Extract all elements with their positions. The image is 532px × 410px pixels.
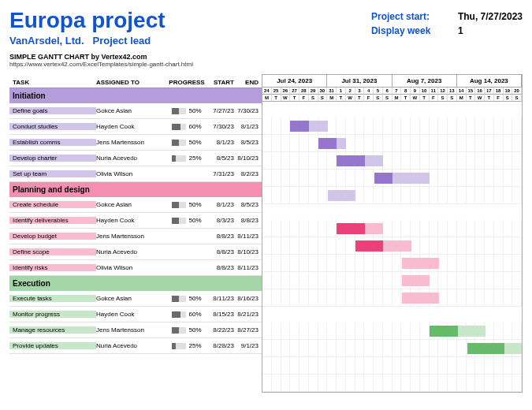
credit-link[interactable]: https://www.vertex42.com/ExcelTemplates/… (9, 61, 193, 68)
gantt-bar-remaining (328, 190, 355, 201)
day-of-week: S (438, 95, 448, 102)
day-number: 20 (512, 88, 522, 95)
gantt-row (262, 255, 522, 272)
week-header: Aug 7, 2023 (392, 75, 457, 88)
task-name: Monitor progress (9, 311, 96, 318)
gantt-row (262, 375, 522, 392)
col-progress: PROGRESS (167, 79, 206, 86)
task-end: 9/1/23 (234, 342, 262, 349)
day-number: 28 (299, 88, 309, 95)
task-progress: 60% (167, 123, 206, 130)
day-number: 10 (420, 88, 430, 95)
task-start: 8/15/23 (206, 311, 234, 318)
day-number: 11 (430, 88, 439, 95)
day-of-week: M (392, 95, 402, 102)
task-row: Monitor progress Hayden Cook 60% 8/15/23… (9, 307, 262, 322)
day-of-week: S (448, 95, 457, 102)
gantt-bar-done (374, 173, 393, 184)
task-end: 8/5/23 (234, 139, 262, 146)
task-end: 8/27/23 (234, 326, 262, 334)
day-number: 8 (401, 88, 411, 95)
day-number: 29 (309, 88, 318, 95)
task-assigned: Nuria Acevedo (96, 155, 167, 162)
day-number: 14 (457, 88, 467, 95)
gantt-day-header: 2425262728293031123456789101112131415161… (262, 88, 522, 95)
task-start: 8/22/23 (206, 326, 234, 334)
day-of-week: S (504, 95, 513, 102)
day-of-week: M (327, 95, 337, 102)
day-number: 6 (383, 88, 392, 95)
gantt-bar-done (467, 343, 504, 354)
task-start: 8/8/23 (206, 264, 234, 271)
week-value[interactable]: 1 (458, 25, 463, 36)
day-number: 9 (411, 88, 420, 95)
task-end: 8/10/23 (234, 155, 262, 162)
day-of-week: T (420, 95, 430, 102)
task-row: Identify deliverables Hayden Cook 50% 8/… (9, 213, 262, 229)
task-name: Define goals (9, 107, 96, 114)
company-name: VanArsdel, Ltd. (9, 35, 84, 47)
task-progress: 50% (167, 139, 206, 146)
column-headers: TASK ASSIGNED TO PROGRESS START END (9, 74, 262, 88)
day-of-week: S (309, 95, 318, 102)
day-of-week: M (262, 95, 272, 102)
day-of-week: W (281, 95, 291, 102)
gantt-week-header: Jul 24, 2023Jul 31, 2023Aug 7, 2023Aug 1… (262, 75, 522, 88)
day-of-week: W (411, 95, 420, 102)
day-of-week: T (337, 95, 346, 102)
gantt-section-spacer (262, 204, 522, 220)
day-number: 19 (504, 88, 513, 95)
day-number: 24 (262, 88, 272, 95)
day-of-week: S (318, 95, 328, 102)
day-number: 15 (467, 88, 476, 95)
task-end: 8/2/23 (234, 170, 262, 177)
gantt-row (262, 117, 522, 135)
task-name: Identify risks (9, 264, 96, 271)
gantt-row (262, 340, 522, 357)
task-assigned: Gokce Aslan (96, 107, 167, 114)
day-number: 30 (318, 88, 328, 95)
gantt-row (262, 220, 522, 237)
col-task: TASK (9, 79, 96, 86)
task-assigned: Hayden Cook (96, 217, 167, 224)
week-header: Jul 24, 2023 (262, 75, 327, 88)
task-progress: 50% (167, 217, 206, 224)
task-start: 8/28/23 (206, 342, 234, 349)
task-end: 8/11/23 (234, 264, 262, 271)
gantt-row (262, 135, 522, 152)
task-start: 8/8/23 (206, 233, 234, 240)
day-number: 31 (327, 88, 337, 95)
task-start: 7/30/23 (206, 123, 234, 130)
day-number: 26 (281, 88, 291, 95)
start-label: Project start: (371, 11, 458, 22)
task-name: Define scope (9, 248, 96, 255)
task-name: Establish comms (9, 139, 96, 146)
day-of-week: F (299, 95, 309, 102)
day-of-week: S (374, 95, 383, 102)
task-assigned: Hayden Cook (96, 311, 167, 318)
task-row: Develop budget Jens Martensson 8/8/23 8/… (9, 229, 262, 244)
task-end: 8/10/23 (234, 248, 262, 255)
day-of-week: T (290, 95, 299, 102)
day-of-week: T (485, 95, 494, 102)
lead-label: Project lead (92, 35, 151, 47)
task-name: Set up team (9, 170, 96, 177)
day-number: 18 (494, 88, 504, 95)
col-end: END (234, 79, 262, 86)
day-of-week: T (467, 95, 476, 102)
task-row: Develop charter Nuria Acevedo 25% 8/5/23… (9, 151, 262, 166)
gantt-row (262, 237, 522, 255)
day-of-week: F (430, 95, 439, 102)
task-progress: 50% (167, 326, 206, 334)
gantt-dow-header: MTWTFSSMTWTFSSMTWTFSSMTWTFSS (262, 95, 522, 102)
task-assigned: Nuria Acevedo (96, 342, 167, 349)
gantt-bar-remaining (402, 275, 430, 286)
task-progress: 25% (167, 342, 206, 349)
day-of-week: W (475, 95, 485, 102)
project-title: Europa project (9, 8, 193, 33)
task-name: Provide updates (9, 342, 96, 349)
gantt-section-spacer (262, 102, 522, 117)
task-start: 8/1/23 (206, 139, 234, 146)
gantt-row (262, 322, 522, 340)
gantt-row (262, 187, 522, 204)
